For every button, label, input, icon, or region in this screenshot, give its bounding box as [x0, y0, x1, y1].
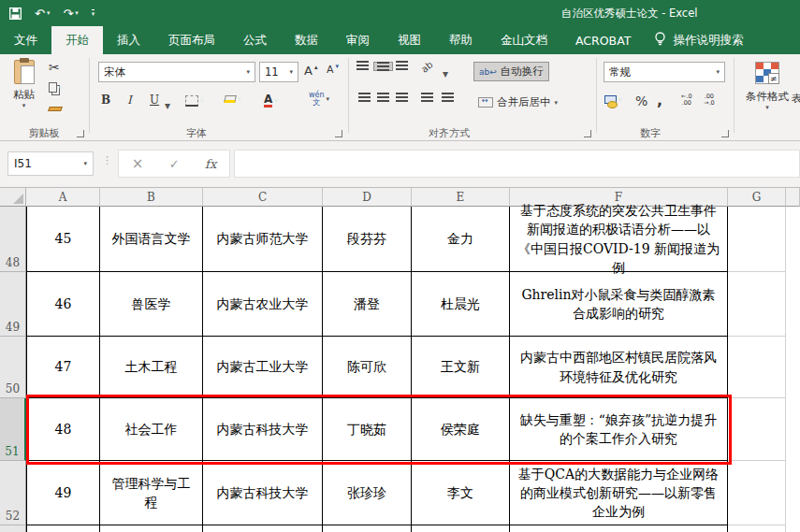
cell-h52[interactable]: [786, 461, 800, 525]
tab-insert[interactable]: 插入: [103, 26, 154, 54]
cell-d52[interactable]: 张珍珍: [323, 461, 412, 525]
cell-a53[interactable]: [26, 525, 100, 532]
cell-a52[interactable]: 49: [26, 461, 100, 525]
cell-f48[interactable]: 基于态度系统的突发公共卫生事件新闻报道的积极话语分析——以《中国日报COVID-…: [510, 207, 728, 272]
format-as-table-label-partial[interactable]: 表: [792, 92, 800, 106]
tab-help[interactable]: 帮助: [435, 26, 487, 54]
cell-f53[interactable]: [510, 525, 728, 532]
cell-b49[interactable]: 兽医学: [100, 272, 203, 337]
increase-decimal-button[interactable]: ←.0 .00: [681, 93, 692, 107]
column-header-h-partial[interactable]: [786, 188, 800, 207]
column-header-a[interactable]: A: [26, 188, 100, 207]
cell-g49[interactable]: [728, 272, 786, 337]
cell-h53[interactable]: [786, 525, 800, 532]
font-dialog-launcher[interactable]: [335, 130, 342, 137]
merge-center-button[interactable]: 合并后居中 ▾: [473, 93, 562, 111]
name-box[interactable]: I51 ▾: [7, 151, 94, 176]
number-dialog-launcher[interactable]: [721, 130, 729, 137]
undo-button[interactable]: ↶▾: [35, 7, 50, 21]
cell-h51[interactable]: [786, 398, 800, 461]
row-header-49[interactable]: 49: [0, 272, 26, 337]
column-header-c[interactable]: C: [203, 188, 323, 207]
underline-caret-icon[interactable]: ▾: [165, 99, 170, 112]
cell-c49[interactable]: 内蒙古农业大学: [203, 272, 323, 337]
cell-d49[interactable]: 潘登: [323, 272, 412, 337]
formula-input[interactable]: [234, 150, 800, 178]
borders-button[interactable]: ▾: [185, 95, 204, 107]
middle-align-button[interactable]: [373, 62, 393, 71]
tab-file[interactable]: 文件: [0, 26, 51, 54]
cell-b53[interactable]: [100, 525, 203, 532]
cell-e48[interactable]: 金力: [412, 207, 510, 272]
cell-g51[interactable]: [728, 398, 786, 461]
cell-g50[interactable]: [728, 337, 786, 398]
tell-me-search[interactable]: 操作说明搜索: [645, 26, 752, 54]
row-header-53-partial[interactable]: [0, 525, 26, 532]
enter-icon[interactable]: ✓: [169, 157, 180, 171]
column-header-d[interactable]: D: [323, 188, 412, 207]
formula-bar-grip-icon[interactable]: ⋮: [102, 154, 112, 166]
cell-b52[interactable]: 管理科学与工程: [100, 461, 203, 525]
phonetic-guide-button[interactable]: wén 文▾: [309, 92, 329, 107]
bold-button[interactable]: B: [101, 93, 110, 107]
conditional-formatting-button[interactable]: ≠ 条件格式 ▾: [737, 60, 797, 111]
cell-g48[interactable]: [728, 207, 786, 272]
italic-button[interactable]: I: [127, 93, 132, 107]
row-header-48[interactable]: 48: [0, 207, 26, 272]
wrap-text-button[interactable]: ab↩ 自动换行: [473, 62, 549, 81]
decrease-font-size-button[interactable]: A▾: [327, 64, 339, 76]
cell-a48[interactable]: 45: [26, 207, 100, 272]
cell-d51[interactable]: 丁晓茹: [323, 398, 412, 461]
tab-home[interactable]: 开始: [51, 26, 103, 54]
cell-d48[interactable]: 段芬芬: [323, 207, 412, 272]
cell-c53[interactable]: [203, 525, 323, 532]
cell-d53[interactable]: [323, 525, 412, 532]
row-header-52[interactable]: 52: [0, 461, 26, 525]
select-all-corner[interactable]: [0, 188, 26, 207]
cell-g52[interactable]: [728, 461, 786, 525]
clipboard-dialog-launcher[interactable]: [77, 130, 84, 137]
column-header-g[interactable]: G: [728, 188, 786, 207]
cell-d50[interactable]: 陈可欣: [323, 337, 412, 398]
tab-review[interactable]: 审阅: [332, 26, 384, 54]
cell-b50[interactable]: 土木工程: [100, 337, 203, 398]
alignment-dialog-launcher[interactable]: [584, 130, 591, 137]
cell-g53[interactable]: [728, 525, 786, 532]
copy-button[interactable]: ▾: [49, 82, 63, 93]
cell-f50[interactable]: 内蒙古中西部地区村镇民居院落风环境特征及优化研究: [510, 337, 728, 398]
cut-button[interactable]: ✂: [49, 60, 60, 75]
underline-button[interactable]: U: [150, 93, 159, 107]
cancel-icon[interactable]: ×: [132, 155, 144, 172]
cell-f52[interactable]: 基于QCA的大数据能力与企业网络的商业模式创新研究——以新零售企业为例: [510, 461, 728, 525]
format-painter-button[interactable]: [49, 99, 62, 111]
fill-color-button[interactable]: ▾: [225, 95, 241, 103]
redo-button[interactable]: ↷▾: [63, 7, 78, 21]
cell-e52[interactable]: 李文: [412, 461, 510, 525]
cell-c52[interactable]: 内蒙古科技大学: [203, 461, 323, 525]
cell-e50[interactable]: 王文新: [412, 337, 510, 398]
row-header-51-active[interactable]: 51: [0, 398, 26, 461]
paste-button[interactable]: 粘贴 ▾: [13, 60, 35, 109]
number-format-combo[interactable]: 常规▾: [604, 62, 725, 82]
tab-view[interactable]: 视图: [384, 26, 435, 54]
insert-function-icon[interactable]: fx: [205, 157, 216, 171]
tab-formulas[interactable]: 公式: [229, 26, 281, 54]
cell-h48[interactable]: [786, 207, 800, 272]
increase-font-size-button[interactable]: A▴: [304, 64, 317, 78]
row-header-50[interactable]: 50: [0, 337, 26, 398]
cell-f49[interactable]: Ghrelin对小鼠采食与类固醇激素合成影响的研究: [510, 272, 728, 337]
tab-page-layout[interactable]: 页面布局: [154, 26, 229, 54]
font-name-combo[interactable]: 宋体▾: [98, 62, 255, 82]
orientation-caret-icon[interactable]: ▾: [443, 67, 448, 80]
percent-style-button[interactable]: %: [635, 93, 647, 108]
accounting-format-button[interactable]: ▾: [604, 95, 622, 104]
customize-qat-button[interactable]: ▾: [92, 9, 95, 18]
cell-c48[interactable]: 内蒙古师范大学: [203, 207, 323, 272]
tab-data[interactable]: 数据: [281, 26, 332, 54]
cell-e51[interactable]: 侯荣庭: [412, 398, 510, 461]
cell-a49[interactable]: 46: [26, 272, 100, 337]
cell-c50[interactable]: 内蒙古工业大学: [203, 337, 323, 398]
cell-c51[interactable]: 内蒙古科技大学: [203, 398, 323, 461]
tab-acrobat[interactable]: ACROBAT: [561, 26, 645, 54]
cell-e53[interactable]: [412, 525, 510, 532]
